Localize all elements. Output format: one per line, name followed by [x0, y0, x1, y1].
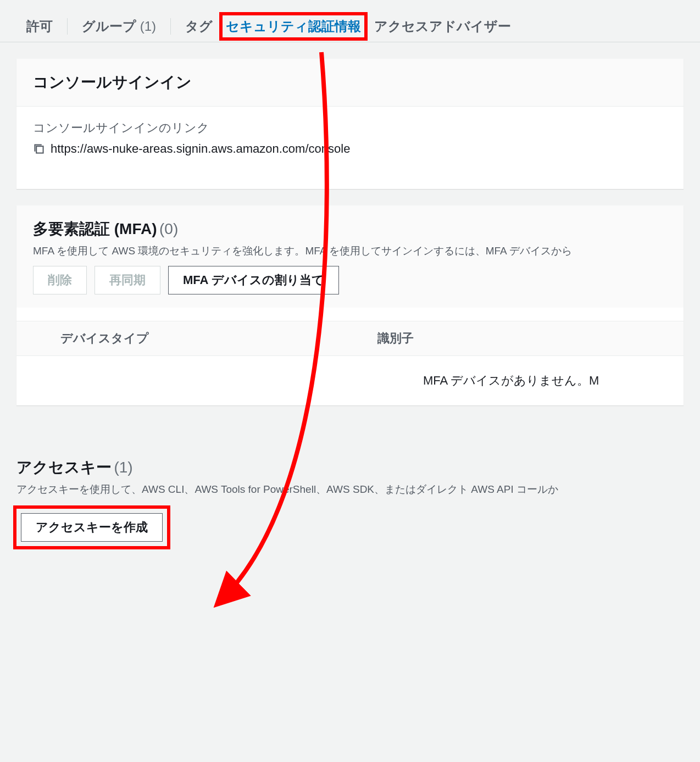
mfa-delete-button: 削除	[33, 266, 87, 294]
copy-icon[interactable]	[33, 143, 45, 155]
mfa-assign-button[interactable]: MFA デバイスの割り当て	[168, 266, 339, 294]
mfa-empty-message: MFA デバイスがありません。M	[16, 356, 684, 405]
signin-link-url[interactable]: https://aws-nuke-areas.signin.aws.amazon…	[51, 142, 350, 156]
mfa-panel: 多要素認証 (MFA) (0) MFA を使用して AWS 環境のセキュリティを…	[16, 205, 684, 405]
signin-link-label: コンソールサインインのリンク	[33, 120, 667, 136]
console-signin-title: コンソールサインイン	[33, 74, 192, 91]
mfa-buttons: 削除 再同期 MFA デバイスの割り当て	[33, 266, 667, 294]
access-keys-panel: アクセスキー (1) アクセスキーを使用して、AWS CLI、AWS Tools…	[0, 444, 700, 564]
access-keys-title: アクセスキー	[16, 459, 112, 476]
create-access-key-highlight: アクセスキーを作成	[13, 505, 170, 549]
access-keys-description: アクセスキーを使用して、AWS CLI、AWS Tools for PowerS…	[16, 482, 684, 497]
svg-rect-0	[36, 146, 43, 153]
tab-divider	[170, 18, 171, 35]
tab-security-credentials[interactable]: セキュリティ認証情報	[219, 12, 368, 41]
create-access-key-button[interactable]: アクセスキーを作成	[21, 513, 163, 542]
mfa-header: 多要素認証 (MFA) (0) MFA を使用して AWS 環境のセキュリティを…	[16, 205, 684, 308]
tab-permissions[interactable]: 許可	[16, 11, 63, 42]
signin-link-row: https://aws-nuke-areas.signin.aws.amazon…	[33, 142, 667, 156]
tab-tags[interactable]: タグ	[175, 11, 223, 42]
tab-divider	[67, 18, 68, 35]
mfa-col-identifier[interactable]: 識別子	[366, 321, 684, 355]
console-signin-panel: コンソールサインイン コンソールサインインのリンク https://aws-nu…	[16, 59, 684, 189]
mfa-count: (0)	[159, 220, 178, 237]
console-signin-body: コンソールサインインのリンク https://aws-nuke-areas.si…	[16, 107, 684, 189]
access-keys-count: (1)	[114, 459, 132, 476]
mfa-description: MFA を使用して AWS 環境のセキュリティを強化します。MFA を使用してサ…	[33, 244, 667, 258]
mfa-col-device-type[interactable]: デバイスタイプ	[16, 321, 366, 355]
tab-groups-label: グループ	[82, 19, 136, 34]
tab-access-advisor[interactable]: アクセスアドバイザー	[364, 11, 521, 42]
mfa-resync-button: 再同期	[95, 266, 160, 294]
mfa-table-header: デバイスタイプ 識別子	[16, 321, 684, 356]
tabs-bar: 許可 グループ (1) タグ セキュリティ認証情報 アクセスアドバイザー	[0, 0, 700, 42]
tab-groups-count: (1)	[140, 19, 156, 34]
mfa-title: 多要素認証 (MFA)	[33, 220, 157, 237]
tab-groups[interactable]: グループ (1)	[72, 11, 166, 42]
console-signin-header: コンソールサインイン	[16, 59, 684, 107]
